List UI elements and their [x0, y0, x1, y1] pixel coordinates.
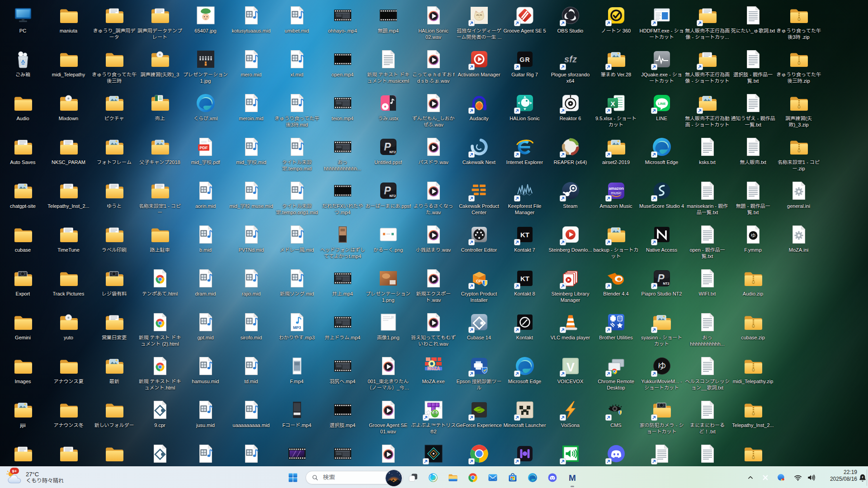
desktop-icon[interactable] — [547, 443, 593, 465]
desktop-icon[interactable]: きゅうり食ってた午後3時.mid — [274, 92, 320, 128]
desktop-icon[interactable]: mid_学校.pdf — [183, 136, 228, 165]
desktop-icon[interactable]: プレゼンテーション1.png — [365, 267, 411, 303]
desktop-icon[interactable]: Native Access — [639, 224, 684, 253]
desktop-icon[interactable]: 井上ドラム.mp4 — [320, 311, 365, 341]
desktop-icon[interactable]: midi_Telepathy.zip — [730, 355, 776, 385]
desktop-icon[interactable]: PVTNd.mid — [228, 224, 274, 253]
start-button[interactable] — [288, 472, 300, 483]
desktop-icon[interactable]: b.mid — [183, 224, 228, 253]
desktop-icon[interactable]: 孤独なインディーゲーム開発者の一生 ... — [456, 5, 502, 40]
edge-taskbar-button[interactable] — [527, 472, 538, 483]
desktop-icon[interactable]: HALion Sonic 02.wav — [410, 5, 456, 40]
desktop-icon[interactable]: ラベル印刷 — [91, 224, 137, 253]
desktop-icon[interactable]: gpt.mid — [183, 311, 228, 341]
desktop-icon[interactable]: ずんだもん_しおかぜふ.wav — [410, 92, 456, 128]
desktop-icon[interactable]: jusu.mid — [183, 399, 228, 428]
desktop-icon[interactable]: 無人販売.txt — [730, 136, 776, 165]
desktop-icon[interactable]: Guitar Rig 7 — [502, 48, 547, 78]
desktop-icon[interactable]: meroin.mid — [228, 92, 274, 122]
notification-bell-button[interactable] — [858, 473, 867, 482]
desktop-icon[interactable]: Fコード.mp4 — [274, 399, 320, 428]
desktop-icon[interactable]: cubase.zip — [730, 311, 776, 341]
desktop-icon[interactable]: VOICEVOX — [547, 355, 593, 385]
desktop-icon[interactable]: こってゅ h d すお f d s b ふぉ.wav — [410, 48, 456, 84]
desktop-icon[interactable]: REAPER (x64) — [547, 136, 593, 165]
desktop-icon[interactable]: タイトル未設定.tempo.mid — [274, 136, 320, 172]
desktop-icon[interactable]: 新規 テキスト ドキュメント.musicxml — [365, 48, 411, 84]
desktop-icon[interactable]: 答え知っててもむずいわこれ.wav — [410, 311, 456, 347]
desktop-icon[interactable]: Images — [0, 355, 46, 385]
discord-taskbar-button[interactable] — [547, 472, 558, 483]
desktop-icon[interactable]: general.ini — [776, 180, 821, 209]
desktop-icon[interactable]: Gemini — [0, 311, 46, 341]
desktop-icon[interactable]: Groove Agent SE 5 — [502, 5, 547, 34]
desktop-icon[interactable]: Steam — [547, 180, 593, 209]
desktop-icon[interactable]: 65407.jpg — [183, 5, 228, 34]
desktop-icon[interactable]: airset2-2019 — [593, 136, 639, 165]
desktop-icon[interactable] — [274, 443, 320, 465]
desktop-icon[interactable]: Kontakt 8 — [502, 267, 547, 297]
desktop-icon[interactable]: くらび.xml — [183, 92, 228, 122]
desktop-icon[interactable]: JQuake.exe - ショートカット — [639, 48, 684, 84]
desktop-icon[interactable] — [365, 443, 411, 465]
file-explorer-taskbar-button[interactable] — [448, 472, 458, 483]
desktop-icon[interactable]: Auto Saves — [0, 136, 46, 165]
desktop-icon[interactable] — [0, 443, 46, 465]
desktop-icon[interactable]: chatgpt-site — [0, 180, 46, 209]
desktop-icon[interactable]: わかりやす.mp3 — [274, 311, 320, 341]
desktop-icon[interactable]: midi_Telepathy — [46, 48, 91, 78]
tray-clock[interactable]: 22:19 2025/08/16 — [812, 469, 857, 482]
desktop-icon[interactable]: Telepathy_Inst_2... — [46, 180, 91, 209]
desktop-icon[interactable]: きゅうり食ってた午後3時 .zip — [776, 5, 821, 40]
desktop-icon[interactable]: Telepathy_Inst_2... — [730, 399, 776, 428]
desktop-icon[interactable]: メドレー風.mid — [274, 224, 320, 253]
desktop-icon[interactable]: HALion Sonic — [502, 92, 547, 122]
desktop-icon[interactable]: 小銭詰まり.wav — [410, 224, 456, 253]
desktop-icon[interactable]: F.mp4 — [274, 355, 320, 385]
desktop-icon[interactable]: MoZA.ini — [776, 224, 821, 253]
desktop-icon[interactable]: maniuta — [46, 5, 91, 34]
desktop-icon[interactable]: パスドラ.wav — [410, 136, 456, 165]
desktop-icon[interactable]: 無人販売不正行為画像 - ショートカット — [684, 48, 730, 84]
desktop-icon[interactable]: ぷよぷよ™テトリス®2 — [410, 399, 456, 435]
desktop-icon[interactable]: 選択肢 - 親作品一覧.txt — [730, 48, 776, 84]
desktop-icon[interactable]: Piapro Studio NT2 — [639, 267, 684, 297]
desktop-icon[interactable]: NKSC_PARAM — [46, 136, 91, 165]
desktop-icon[interactable]: OBS Studio — [547, 5, 593, 34]
copilot-taskbar-button[interactable] — [428, 472, 439, 483]
desktop-icon[interactable]: ohhayo-.mp4 — [320, 5, 365, 34]
desktop-icon[interactable]: manisekarin - 親作品一覧.txt — [684, 180, 730, 216]
desktop-icon[interactable]: だれだFXいれたやつ.mp4 — [320, 180, 365, 216]
mail-taskbar-button[interactable] — [487, 472, 498, 483]
desktop-icon[interactable]: Export — [0, 267, 46, 297]
desktop-icon[interactable]: ゆうと — [91, 180, 137, 209]
desktop-icon[interactable]: 新規ソング.mid — [274, 267, 320, 297]
desktop-icon[interactable]: GeForce Experience — [456, 399, 502, 428]
desktop-icon[interactable]: 家の防犯カメラ - ショートカット — [639, 399, 684, 435]
desktop-icon[interactable]: きゅうり_調声用データ — [91, 5, 137, 40]
desktop-icon[interactable]: よりうるさくなった.wav — [410, 180, 456, 216]
desktop-icon[interactable]: CMS — [593, 399, 639, 428]
desktop-icon[interactable]: dram.mid — [183, 267, 228, 297]
desktop-icon[interactable]: 001_東北きりたん（ノーマル）_今じゃ... — [365, 355, 411, 391]
show-desktop-strip[interactable] — [867, 469, 867, 486]
desktop-icon[interactable]: 新規エクスポート.wav — [410, 267, 456, 303]
desktop-icon[interactable] — [502, 443, 547, 465]
desktop-icon[interactable]: Kontakt 7 — [502, 224, 547, 253]
desktop-icon[interactable]: jijii — [0, 399, 46, 428]
desktop-icon[interactable]: umibet.mid — [274, 5, 320, 34]
desktop-icon[interactable]: 新規 テキスト ドキュメント.html — [137, 355, 183, 391]
desktop-icon[interactable]: open - 親作品一覧.txt — [684, 224, 730, 259]
desktop-icon[interactable] — [320, 443, 365, 465]
desktop-icon[interactable]: TimeTune — [46, 224, 91, 253]
desktop-icon[interactable]: Steinberg Library Manager — [547, 267, 593, 303]
desktop-icon[interactable]: Untitled.ppsf — [365, 136, 411, 165]
desktop-icon[interactable]: Crypton Product Installer — [456, 267, 502, 303]
blue-app-tray-button[interactable] — [777, 473, 786, 482]
desktop-icon[interactable]: うみ.ustx — [365, 92, 411, 122]
desktop-icon[interactable] — [137, 443, 183, 465]
desktop-icon[interactable]: 調声用データテンプレート — [137, 5, 183, 40]
desktop-icon[interactable]: おーばーまにあ.ppsf — [365, 180, 411, 209]
close-x-tray-button[interactable] — [761, 473, 770, 482]
desktop-icon[interactable]: LINE — [639, 92, 684, 122]
